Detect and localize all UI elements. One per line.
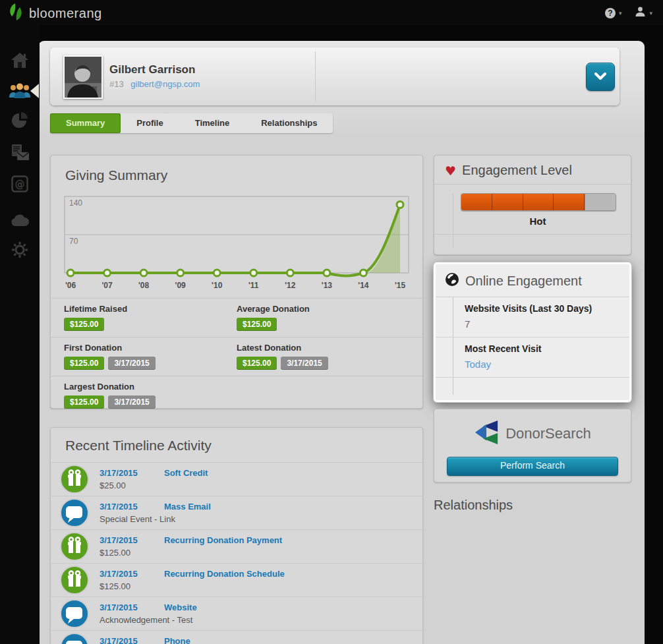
date-badge: 3/17/2015: [281, 357, 328, 370]
tab-timeline[interactable]: Timeline: [179, 113, 246, 133]
tab-summary[interactable]: Summary: [50, 113, 121, 133]
online-engagement-value-link[interactable]: Today: [465, 359, 620, 370]
panel-gutter-line: [453, 297, 453, 337]
donation-gift-icon: [60, 566, 89, 597]
timeline-row[interactable]: 3/17/2015Mass EmailSpecial Event - Link: [51, 496, 422, 529]
giving-summary-panel: Giving Summary 14070'06'07'08'09'10'11'1…: [50, 155, 423, 409]
online-engagement-title: Online Engagement: [465, 274, 582, 289]
heart-icon: ♥: [445, 163, 456, 178]
online-engagement-label: Website Visits (Last 30 Days): [465, 303, 620, 314]
engagement-segment: [554, 194, 585, 210]
timeline-type-link[interactable]: Recurring Donation Payment: [164, 535, 282, 545]
giving-stat: First Donation$125.003/17/2015: [64, 343, 237, 370]
user-icon[interactable]: [635, 6, 646, 20]
actions-dropdown-button[interactable]: [586, 63, 615, 91]
timeline-type-link[interactable]: Phone: [164, 636, 190, 644]
communications-icon: [10, 144, 30, 163]
giving-summary-title: Giving Summary: [65, 167, 167, 183]
timeline-detail: Acknowledgement - Test: [100, 615, 192, 625]
stat-label: Average Donation: [237, 304, 409, 314]
help-menu[interactable]: ? ▾: [605, 8, 622, 18]
svg-text:'08: '08: [138, 281, 150, 290]
svg-text:'10: '10: [212, 281, 223, 290]
caret-down-icon: ▾: [649, 10, 652, 16]
help-icon[interactable]: ?: [605, 8, 616, 18]
panel-gutter-line: [453, 378, 453, 395]
donation-gift-icon: [60, 532, 89, 564]
stat-label: First Donation: [64, 343, 237, 353]
amount-badge: $125.00: [237, 357, 277, 370]
chevron-down-icon: [594, 71, 606, 83]
amount-badge: $125.00: [64, 357, 104, 370]
svg-text:'09: '09: [175, 281, 187, 290]
sidebar-item-communications[interactable]: [0, 142, 40, 165]
home-icon: [11, 51, 29, 71]
constituent-name: Gilbert Garrison: [109, 63, 195, 76]
header-divider: [315, 51, 316, 102]
engagement-level-title: Engagement Level: [462, 163, 572, 178]
bloomerang-leaf-icon: [8, 3, 24, 24]
sidebar-item-settings[interactable]: [0, 239, 40, 263]
constituent-email-link[interactable]: gilbert@ngsp.com: [130, 79, 200, 89]
svg-text:'15: '15: [395, 281, 406, 290]
panel-gutter-line: [453, 337, 453, 377]
timeline-type-link[interactable]: Recurring Donation Schedule: [164, 569, 285, 579]
timeline-type-link[interactable]: Soft Credit: [164, 468, 208, 478]
timeline-row[interactable]: 3/17/2015WebsiteAcknowledgement - Test: [51, 597, 422, 630]
main-content: Gilbert Garrison #13 gilbert@ngsp.com Su…: [38, 41, 645, 644]
interaction-speech-icon: [60, 599, 89, 631]
constituent-subline: #13 gilbert@ngsp.com: [109, 79, 200, 89]
sidebar-item-reports[interactable]: [0, 109, 40, 133]
giving-stat: Average Donation$125.00: [237, 304, 409, 331]
sidebar-item-cloud[interactable]: [0, 210, 40, 233]
giving-summary-chart: 14070'06'07'08'09'10'11'12'13'14'15: [64, 195, 409, 297]
amount-badge: $125.00: [64, 395, 104, 409]
timeline-row[interactable]: 3/17/2015Recurring Donation Schedule$125…: [51, 563, 422, 597]
tab-relationships[interactable]: Relationships: [245, 113, 333, 133]
interaction-speech-icon: [60, 498, 89, 530]
giving-stat: Latest Donation$125.003/17/2015: [237, 343, 409, 370]
profile-photo: [63, 55, 103, 99]
interaction-speech-icon: [60, 633, 89, 644]
svg-text:'07: '07: [101, 281, 113, 290]
profile-tab-bar: SummaryProfileTimelineRelationships: [50, 113, 333, 133]
svg-text:@: @: [15, 179, 25, 190]
tab-profile[interactable]: Profile: [121, 113, 179, 133]
engagement-level-panel: ♥ Engagement Level Hot: [434, 155, 631, 255]
timeline-date-link[interactable]: 3/17/2015: [100, 535, 138, 545]
panel-gutter-line: [453, 193, 453, 248]
timeline-date-link[interactable]: 3/17/2015: [100, 569, 138, 579]
online-engagement-footer: [436, 378, 629, 395]
donorsearch-triangles-icon: [474, 419, 499, 449]
timeline-date-link[interactable]: 3/17/2015: [100, 468, 138, 478]
constituents-icon: [9, 82, 31, 101]
bloomerang-logo[interactable]: bloomerang: [8, 3, 102, 24]
recent-timeline-panel: Recent Timeline Activity 3/17/2015Soft C…: [50, 427, 423, 644]
sidebar-item-home[interactable]: [0, 49, 40, 73]
svg-text:'11: '11: [248, 281, 259, 290]
perform-search-button[interactable]: Perform Search: [447, 457, 618, 476]
giving-stat: Largest Donation$125.003/17/2015: [64, 382, 237, 409]
giving-stat: Lifetime Raised$125.00: [64, 304, 237, 331]
engagement-meter: [461, 193, 616, 211]
timeline-row[interactable]: 3/17/2015Recurring Donation Payment$125.…: [51, 529, 422, 563]
engagement-level-value: Hot: [461, 216, 615, 227]
timeline-row[interactable]: 3/17/2015Soft Credit$25.00: [51, 462, 422, 496]
timeline-row[interactable]: 3/17/2015Phone: [51, 630, 422, 644]
user-menu[interactable]: ▾: [635, 6, 652, 20]
sidebar-item-email[interactable]: @: [0, 173, 40, 197]
sidebar-nav: @: [0, 25, 40, 644]
relationships-heading: Relationships: [434, 498, 513, 513]
giving-stat-row: Largest Donation$125.003/17/2015: [51, 376, 422, 415]
timeline-date-link[interactable]: 3/17/2015: [100, 602, 138, 612]
timeline-type-link[interactable]: Website: [164, 602, 197, 612]
online-engagement-row: Website Visits (Last 30 Days)7: [436, 297, 629, 337]
svg-text:'14: '14: [358, 281, 369, 290]
engagement-segment: [461, 194, 492, 210]
timeline-date-link[interactable]: 3/17/2015: [100, 636, 138, 644]
caret-down-icon: ▾: [619, 10, 622, 16]
settings-icon: [11, 241, 28, 261]
timeline-type-link[interactable]: Mass Email: [164, 502, 211, 512]
giving-stat-row: First Donation$125.003/17/2015Latest Don…: [51, 337, 422, 376]
timeline-date-link[interactable]: 3/17/2015: [100, 502, 138, 512]
